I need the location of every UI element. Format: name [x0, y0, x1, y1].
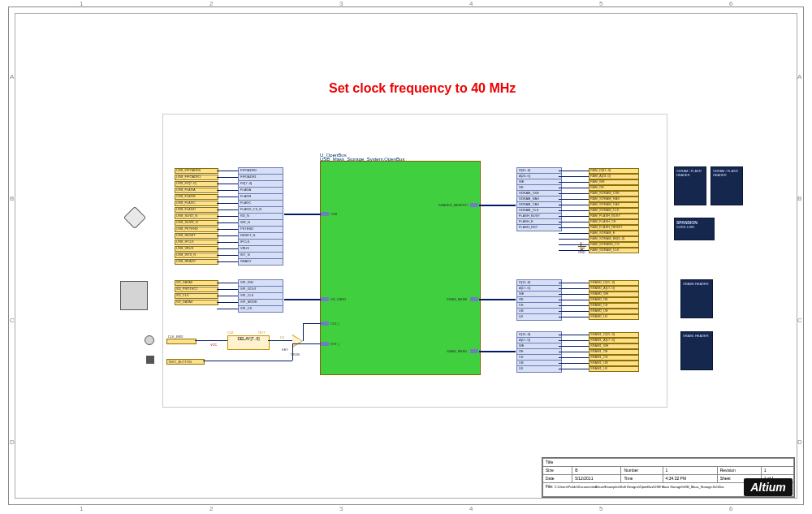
zone-r-a: A — [797, 73, 801, 80]
delay-u1: U1 — [280, 335, 284, 339]
wire — [559, 171, 589, 171]
comp-hdr-2[interactable]: SDRAM / FLASH HEADER — [710, 166, 743, 205]
phys-sd-slot[interactable] — [120, 281, 148, 310]
zone-l-b: B — [10, 195, 14, 202]
ruler-bot-1: 1 — [80, 505, 83, 512]
wire — [559, 216, 589, 217]
net-label: SRAM0_OE — [590, 297, 608, 301]
net-label: SRAM1_D[15..0] — [590, 332, 615, 336]
net-label: RAM_SDRAM_RAS — [590, 197, 620, 201]
phys-button[interactable] — [146, 356, 154, 364]
wire — [217, 296, 238, 296]
wire — [559, 369, 589, 369]
port-sharedmem[interactable] — [470, 203, 478, 207]
delay-block[interactable]: DELAY[7..0] — [227, 335, 270, 350]
port-rsti[interactable] — [321, 342, 329, 346]
net-label: RAM_SDRAM_CLK — [590, 248, 620, 252]
sheet-entry[interactable]: READY — [238, 258, 283, 266]
port-sram1-label: SRAM_MEM1 — [447, 349, 467, 353]
wire — [559, 233, 589, 234]
wire — [559, 250, 589, 251]
wire — [217, 203, 238, 204]
zone-l-d: D — [10, 438, 15, 446]
wire — [217, 255, 238, 256]
net-label: RAM_SDRAM0_CS — [590, 242, 620, 246]
comp-spansion[interactable]: SPANSION S29GL128N — [674, 218, 715, 240]
net-label: RAM_FLASH_CE — [590, 219, 616, 223]
net-label: SD_DATA3 — [176, 300, 192, 304]
bus-sram1 — [479, 351, 516, 352]
wire — [559, 300, 589, 300]
net-label: SD_CLK — [176, 293, 189, 297]
comp-hdr-1[interactable]: SDRAM / FLASH HEADER — [674, 166, 706, 205]
comp-sram0-hdr[interactable]: SRAM0 HEADER — [680, 279, 713, 318]
annotation-red-title: Set clock frequency to 40 MHz — [329, 81, 516, 96]
port-clki[interactable] — [321, 322, 329, 326]
port-rsti-label: RST_I — [330, 342, 339, 346]
sheet-entry[interactable]: LB — [516, 365, 562, 373]
wire — [559, 283, 589, 283]
port-sram1[interactable] — [470, 349, 478, 353]
zone-r-b: B — [797, 195, 801, 202]
or-key: KEY — [282, 348, 288, 352]
sheet-entry[interactable]: SPI_CS — [238, 305, 283, 313]
net-label: SRAM0_UB — [590, 309, 608, 313]
sheet-entry[interactable]: LB — [516, 313, 562, 321]
or-gate[interactable] — [292, 335, 302, 347]
port-usb-label: USB — [330, 212, 337, 216]
bus-sram0 — [479, 299, 516, 300]
net-label: SRAM1_WE — [590, 343, 608, 348]
net-label: SD_DATA0 — [176, 280, 192, 284]
net-label: RAM_SDRAM_BE[3..0] — [590, 236, 624, 240]
wire — [559, 193, 589, 194]
phys-osc[interactable] — [145, 335, 154, 345]
wire — [559, 199, 589, 200]
ruler-bot-4: 4 — [469, 505, 473, 512]
zone-r-c: C — [797, 317, 802, 324]
zone-l-c: C — [10, 317, 15, 324]
wire — [559, 317, 589, 317]
openbus-block[interactable] — [320, 161, 481, 375]
net-label: SD_PROTECT — [176, 287, 198, 291]
wire — [217, 197, 238, 197]
net-label: USB_SLWR_N — [176, 220, 198, 224]
zone-l-a: A — [10, 73, 14, 80]
wire — [217, 184, 238, 184]
wire — [217, 283, 238, 283]
wire — [217, 309, 238, 309]
net-label: SRAM1_UB — [590, 361, 608, 365]
wire — [559, 244, 589, 245]
bus-shared — [479, 205, 516, 206]
net-label: USB_FLAGC — [176, 201, 196, 205]
wire — [559, 352, 589, 352]
bus-usb — [284, 214, 321, 215]
delay-block-label: DELAY[7..0] — [237, 336, 259, 341]
zone-r-d: D — [797, 438, 802, 446]
delay-out: OUT — [258, 330, 265, 335]
wire — [217, 289, 238, 290]
wire-rst — [203, 361, 292, 361]
net-clkbrd[interactable] — [166, 339, 197, 344]
port-clki-label: CLK_I — [330, 322, 339, 326]
schematic-sheet[interactable]: 1 2 3 4 5 6 1 2 3 4 5 6 A B C D A B C D … — [0, 0, 812, 514]
comp-sram1-hdr[interactable]: SRAM1 HEADER — [680, 331, 713, 370]
wire — [559, 210, 589, 211]
net-label: SRAM0_A[17..0] — [590, 286, 615, 290]
ruler-top-1: 1 — [80, 0, 83, 7]
sheet-entry[interactable]: FLASH_RST — [516, 224, 562, 231]
wire — [559, 182, 589, 183]
wire — [217, 235, 238, 236]
wire — [559, 188, 589, 188]
wire-rst-to-green — [292, 343, 321, 344]
openbus-filename: USB_Mass_Storage_System.OpenBus — [320, 157, 404, 162]
net-label: RAM_D[31..0] — [590, 168, 611, 172]
port-usb[interactable] — [321, 212, 329, 216]
net-label: USB_FIFOADR0 — [176, 168, 201, 172]
net-label: USB_VBUS — [176, 246, 193, 250]
port-sdcard[interactable] — [321, 297, 329, 301]
net-testbutton-label: TEST_BUTTON — [168, 360, 192, 364]
wire — [217, 216, 238, 217]
port-sram0[interactable] — [470, 297, 478, 301]
net-label: RAM_SDRAM_CKE — [590, 191, 620, 195]
wire — [217, 209, 238, 210]
